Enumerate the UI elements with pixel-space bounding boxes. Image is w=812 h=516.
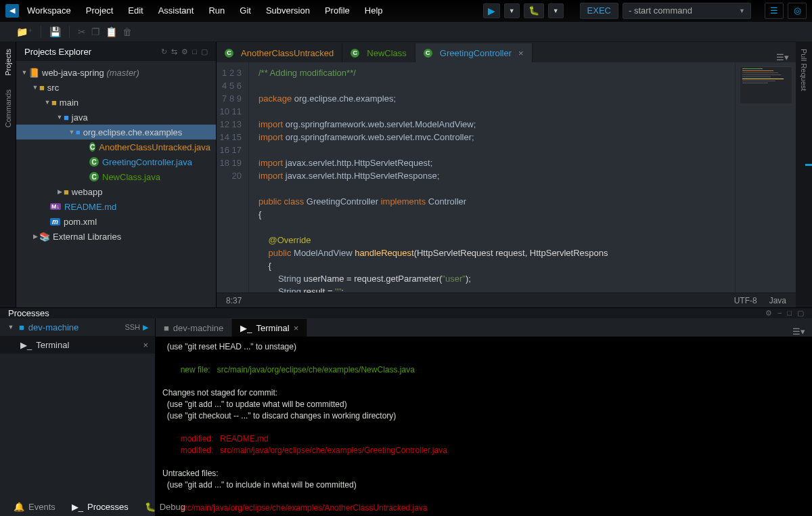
tree-readme[interactable]: M↓ README.md <box>16 199 216 214</box>
menu-assistant[interactable]: Assistant <box>158 5 194 16</box>
back-button[interactable]: ◀ <box>5 4 19 18</box>
minimize-icon[interactable]: − <box>777 309 782 318</box>
tree-package[interactable]: ▼■org.eclipse.che.examples <box>16 125 216 139</box>
close-tab-icon[interactable]: × <box>294 323 299 333</box>
ssh-label[interactable]: SSH <box>125 323 140 331</box>
paste-icon[interactable]: 📋 <box>106 26 117 37</box>
close-icon[interactable]: ▢ <box>797 309 804 318</box>
ttab-terminal[interactable]: ▶_ Terminal × <box>232 319 307 337</box>
cursor-position: 8:37 <box>226 296 242 305</box>
gear-icon[interactable]: ⚙ <box>181 47 188 56</box>
bug-icon: 🐛 <box>145 502 156 512</box>
target-icon-button[interactable]: ◎ <box>788 3 807 19</box>
delete-icon[interactable]: 🗑 <box>122 26 132 37</box>
process-machine[interactable]: ▼■ dev-machine SSH▶ <box>0 318 155 336</box>
encoding-label[interactable]: UTF-8 <box>734 296 757 305</box>
close-icon[interactable]: × <box>143 340 148 350</box>
language-label[interactable]: Java <box>769 296 786 305</box>
code-editor[interactable]: /** Adding modification**/ package org.e… <box>249 62 735 293</box>
project-name: web-java-spring <box>42 68 104 78</box>
new-file-icon[interactable]: 📁⁺ <box>16 26 32 37</box>
class-icon: C <box>89 157 99 167</box>
tree-main[interactable]: ▼■main <box>16 95 216 110</box>
menu-profile[interactable]: Profile <box>325 5 350 16</box>
markdown-icon: M↓ <box>50 203 61 210</box>
processes-panel: Processes ⚙ − □ ▢ ▼■ dev-machine SSH▶ ▶_… <box>0 307 812 497</box>
editor-area: C AnotherClassUntracked C NewClass C Gre… <box>217 42 796 307</box>
exec-chip[interactable]: EXEC <box>580 3 618 19</box>
menu-project[interactable]: Project <box>86 5 113 16</box>
project-tree: ▼📙 web-java-spring (master) ▼■src ▼■main… <box>16 61 216 307</box>
copy-icon[interactable]: ❐ <box>91 26 100 37</box>
tree-file-greeting[interactable]: C GreetingController.java <box>16 154 216 169</box>
toolbar: 📁⁺ 💾 ✂ ❐ 📋 🗑 <box>0 22 812 42</box>
tab-greeting[interactable]: C GreetingController × <box>415 43 533 62</box>
tree-java[interactable]: ▼■java <box>16 110 216 125</box>
sync-icon[interactable]: ↻ <box>161 47 167 56</box>
run-dropdown[interactable]: ▼ <box>504 3 520 18</box>
terminal-add-icon[interactable]: ▶ <box>143 323 148 332</box>
menu-edit[interactable]: Edit <box>128 5 143 16</box>
menu-git[interactable]: Git <box>240 5 251 16</box>
bottom-debug[interactable]: 🐛 Debug <box>145 502 185 512</box>
command-select[interactable]: - start command ▼ <box>623 3 751 19</box>
tab-options-icon[interactable]: ☰▾ <box>769 52 796 62</box>
tree-file-anotherclass[interactable]: C AnotherClassUntracked.java <box>16 139 216 154</box>
terminal-output[interactable]: (use "git reset HEAD ..." to unstage) ne… <box>156 337 812 516</box>
collapse-icon[interactable]: ⇆ <box>171 47 177 56</box>
process-terminal[interactable]: ▶_ Terminal × <box>0 336 155 353</box>
tree-src[interactable]: ▼■src <box>16 80 216 95</box>
minimize-icon[interactable]: □ <box>192 47 197 56</box>
run-button[interactable]: ▶ <box>483 3 500 18</box>
rail-commands[interactable]: Commands <box>4 89 12 127</box>
class-icon: C <box>89 142 95 152</box>
close-tab-icon[interactable]: × <box>518 48 524 58</box>
gear-icon[interactable]: ⚙ <box>765 309 772 318</box>
machine-icon: ■ <box>164 323 169 333</box>
rail-projects[interactable]: Projects <box>4 49 12 76</box>
editor-statusbar: 8:37 UTF-8 Java <box>217 293 796 307</box>
editor-tabs: C AnotherClassUntracked C NewClass C Gre… <box>217 42 796 62</box>
tree-pom[interactable]: m pom.xml <box>16 214 216 229</box>
bottom-processes[interactable]: ▶_ Processes <box>72 502 129 512</box>
tree-webapp[interactable]: ▶■webapp <box>16 184 216 199</box>
menu-run[interactable]: Run <box>208 5 225 16</box>
debug-dropdown[interactable]: ▼ <box>548 3 564 18</box>
processes-tree: ▼■ dev-machine SSH▶ ▶_ Terminal × <box>0 318 156 516</box>
right-rail: Pull Request <box>796 42 812 307</box>
tree-external-libs[interactable]: ▶📚External Libraries <box>16 229 216 244</box>
close-icon[interactable]: ▢ <box>201 47 208 56</box>
bottom-events[interactable]: 🔔 Events <box>14 502 55 512</box>
chevron-down-icon: ▼ <box>739 7 745 14</box>
events-icon: 🔔 <box>14 502 24 512</box>
ttab-devmachine[interactable]: ■ dev-machine <box>156 319 232 337</box>
cut-icon[interactable]: ✂ <box>78 26 86 37</box>
debug-button[interactable]: 🐛 <box>524 3 544 18</box>
maven-icon: m <box>50 218 60 225</box>
projects-explorer: Projects Explorer ↻ ⇆ ⚙ □ ▢ ▼📙 web-java-… <box>16 42 217 307</box>
marker-icon <box>805 164 812 166</box>
minimap[interactable] <box>735 62 796 293</box>
tab-options-icon[interactable]: ☰▾ <box>786 326 812 337</box>
list-icon-button[interactable]: ☰ <box>765 3 784 19</box>
terminal-icon: ▶_ <box>20 340 32 350</box>
menu-subversion[interactable]: Subversion <box>266 5 310 16</box>
explorer-title: Projects Explorer <box>24 47 91 57</box>
rail-pull-request[interactable]: Pull Request <box>800 49 808 91</box>
left-rail: Projects Commands <box>0 42 16 307</box>
maximize-icon[interactable]: □ <box>787 309 792 318</box>
terminal-tabs: ■ dev-machine ▶_ Terminal × ☰▾ <box>156 318 812 337</box>
tree-project[interactable]: ▼📙 web-java-spring (master) <box>16 65 216 80</box>
tab-anotherclass[interactable]: C AnotherClassUntracked <box>217 43 342 62</box>
menu-help[interactable]: Help <box>365 5 383 16</box>
save-icon[interactable]: 💾 <box>49 26 61 37</box>
top-menubar: ◀ Workspace Project Edit Assistant Run G… <box>0 0 812 22</box>
terminal-icon: ▶_ <box>240 323 252 333</box>
process-icon: ▶_ <box>72 502 83 512</box>
tab-newclass[interactable]: C NewClass <box>342 43 415 62</box>
tree-file-newclass[interactable]: C NewClass.java <box>16 169 216 184</box>
menu-workspace[interactable]: Workspace <box>27 5 71 16</box>
command-placeholder: - start command <box>629 5 692 16</box>
branch-label: (master) <box>106 68 139 78</box>
class-icon: C <box>89 172 99 181</box>
